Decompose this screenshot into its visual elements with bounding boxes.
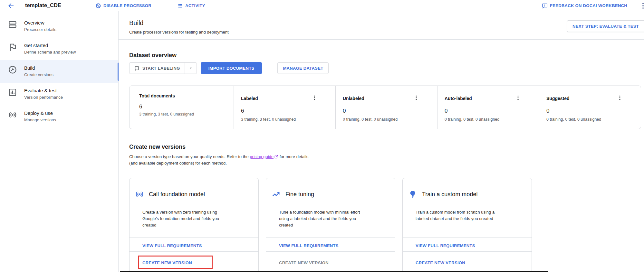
version-cards: Call foundation model Create a version w… bbox=[129, 178, 532, 272]
stat-suggested: Suggested 0 0 training, 0 test, 0 unassi… bbox=[539, 86, 641, 129]
card-actions: VIEW FULL REQUIREMENTS CREATE NEW VERSIO… bbox=[130, 237, 258, 272]
list-icon bbox=[177, 3, 183, 9]
trending-up-icon bbox=[272, 190, 281, 199]
assessment-icon bbox=[8, 88, 17, 97]
foundation-model-icon bbox=[135, 190, 144, 199]
stat-detail: 0 training, 0 test, 0 unassigned bbox=[546, 117, 641, 122]
card-actions: VIEW FULL REQUIREMENTS CREATE NEW VERSIO… bbox=[266, 237, 395, 272]
sidebar-item-label: Evaluate & test bbox=[24, 87, 115, 94]
stat-label: Unlabeled bbox=[343, 96, 437, 101]
sidebar-item-sublabel: Version performance bbox=[24, 95, 115, 100]
sidebar-item-label: Deploy & use bbox=[24, 110, 115, 116]
more-vert-icon[interactable] bbox=[413, 95, 419, 101]
description-text: Choose a version type based on your qual… bbox=[129, 154, 250, 159]
deploy-icon bbox=[8, 110, 17, 119]
disable-processor-label: DISABLE PROCESSOR bbox=[103, 3, 151, 8]
disable-processor-button[interactable]: DISABLE PROCESSOR bbox=[95, 0, 151, 11]
stat-detail: 3 training, 3 test, 0 unassigned bbox=[241, 117, 335, 122]
sidebar-item-sublabel: Define schema and preview bbox=[24, 49, 115, 55]
stat-value: 0 bbox=[445, 108, 539, 114]
external-link-icon bbox=[274, 155, 278, 159]
page-header: Build Create processor versions for test… bbox=[119, 11, 644, 40]
bottom-edge-bar bbox=[120, 271, 548, 272]
more-vert-icon[interactable] bbox=[312, 95, 317, 101]
stat-labeled: Labeled 6 3 training, 3 test, 0 unassign… bbox=[234, 86, 335, 129]
manage-dataset-button[interactable]: MANAGE DATASET bbox=[277, 62, 329, 74]
feedback-label: FEEDBACK ON DOCAI WORKBENCH bbox=[550, 3, 627, 8]
feedback-icon bbox=[542, 3, 548, 9]
sidebar: Overview Processor details Get started D… bbox=[0, 11, 119, 272]
activity-label: ACTIVITY bbox=[185, 3, 205, 8]
stat-value: 0 bbox=[343, 108, 437, 114]
processor-title: template_CDE bbox=[25, 2, 61, 8]
sidebar-item-label: Get started bbox=[24, 42, 115, 49]
sidebar-item-sublabel: Manage versions bbox=[24, 117, 115, 123]
back-button[interactable] bbox=[7, 2, 15, 10]
card-title: Call foundation model bbox=[149, 190, 205, 199]
top-bar: template_CDE DISABLE PROCESSOR ACTIVITY bbox=[0, 0, 644, 11]
flag-icon bbox=[8, 43, 17, 52]
sidebar-item-sublabel: Create versions bbox=[24, 72, 115, 78]
card-header: Call foundation model bbox=[130, 178, 258, 199]
description-text: for more details bbox=[278, 154, 308, 159]
sidebar-item-evaluate-test[interactable]: Evaluate & test Version performance bbox=[0, 83, 118, 106]
stat-label: Auto-labeled bbox=[445, 96, 539, 101]
view-requirements-link[interactable]: VIEW FULL REQUIREMENTS bbox=[142, 243, 202, 248]
card-actions: VIEW FULL REQUIREMENTS CREATE NEW VERSIO… bbox=[403, 237, 532, 272]
stat-unlabeled: Unlabeled 0 0 training, 0 test, 0 unassi… bbox=[335, 86, 437, 129]
sidebar-item-sublabel: Processor details bbox=[24, 27, 115, 33]
create-versions-title: Create new versions bbox=[129, 144, 186, 150]
view-requirements-link[interactable]: VIEW FULL REQUIREMENTS bbox=[279, 243, 339, 248]
card-header: Train a custom model bbox=[403, 178, 532, 199]
create-versions-description: Choose a version type based on your qual… bbox=[129, 154, 355, 166]
block-icon bbox=[95, 3, 101, 9]
stat-value: 6 bbox=[139, 104, 234, 110]
sidebar-item-get-started[interactable]: Get started Define schema and preview bbox=[0, 38, 118, 60]
pricing-guide-link[interactable]: pricing guide bbox=[250, 154, 274, 159]
card-title: Train a custom model bbox=[422, 190, 477, 199]
dataset-stats-card: Total documents 6 3 training, 3 test, 0 … bbox=[129, 86, 641, 129]
description-text-line2: (and available deployment options) for e… bbox=[129, 160, 355, 166]
lightbulb-icon bbox=[408, 190, 417, 199]
docai-workbench-page: template_CDE DISABLE PROCESSOR ACTIVITY bbox=[0, 0, 644, 272]
sidebar-item-label: Build bbox=[24, 65, 115, 71]
feedback-button[interactable]: FEEDBACK ON DOCAI WORKBENCH bbox=[542, 0, 627, 11]
stat-label: Suggested bbox=[546, 96, 641, 101]
card-title: Fine tuning bbox=[285, 190, 314, 199]
dataset-actions: START LABELING IMPORT DOCUMENTS MANAGE D… bbox=[129, 62, 329, 74]
stat-detail: 3 training, 3 test, 0 unassigned bbox=[139, 112, 234, 116]
start-labeling-button[interactable]: START LABELING bbox=[130, 63, 185, 74]
start-labeling-split-button: START LABELING bbox=[129, 62, 197, 74]
stat-value: 6 bbox=[241, 108, 335, 114]
sidebar-item-build[interactable]: Build Create versions bbox=[0, 60, 118, 83]
stat-label: Total documents bbox=[139, 93, 234, 98]
next-step-button[interactable]: NEXT STEP: EVALUATE & TEST bbox=[567, 20, 644, 32]
start-labeling-dropdown[interactable] bbox=[185, 63, 197, 74]
build-icon bbox=[8, 65, 17, 74]
stat-detail: 0 training, 0 test, 0 unassigned bbox=[445, 117, 539, 122]
card-header: Fine tuning bbox=[266, 178, 395, 199]
card-description: Tune a foundation model with minimal eff… bbox=[279, 209, 371, 228]
main-content: Build Create processor versions for test… bbox=[119, 11, 644, 272]
more-vert-icon[interactable] bbox=[515, 95, 521, 101]
more-vert-icon[interactable] bbox=[617, 95, 623, 101]
overview-icon bbox=[8, 20, 17, 29]
sidebar-item-overview[interactable]: Overview Processor details bbox=[0, 15, 118, 38]
create-new-version-link[interactable]: CREATE NEW VERSION bbox=[142, 260, 192, 265]
activity-button[interactable]: ACTIVITY bbox=[177, 0, 205, 11]
stat-total-documents: Total documents 6 3 training, 3 test, 0 … bbox=[130, 86, 234, 129]
card-call-foundation-model: Call foundation model Create a version w… bbox=[129, 178, 259, 272]
sidebar-item-deploy-use[interactable]: Deploy & use Manage versions bbox=[0, 106, 118, 128]
caret-down-icon bbox=[189, 66, 193, 70]
more-vert-icon[interactable] bbox=[641, 2, 644, 9]
view-requirements-link[interactable]: VIEW FULL REQUIREMENTS bbox=[416, 243, 475, 248]
sidebar-item-label: Overview bbox=[24, 20, 115, 26]
stat-value: 0 bbox=[546, 108, 641, 114]
card-fine-tuning: Fine tuning Tune a foundation model with… bbox=[266, 178, 395, 272]
arrow-left-icon bbox=[7, 2, 15, 10]
stat-detail: 0 training, 0 test, 0 unassigned bbox=[343, 117, 437, 122]
import-documents-button[interactable]: IMPORT DOCUMENTS bbox=[201, 62, 262, 74]
card-description: Train a custom model from scratch using … bbox=[416, 209, 507, 222]
card-train-custom-model: Train a custom model Train a custom mode… bbox=[402, 178, 532, 272]
create-new-version-link[interactable]: CREATE NEW VERSION bbox=[416, 260, 465, 265]
